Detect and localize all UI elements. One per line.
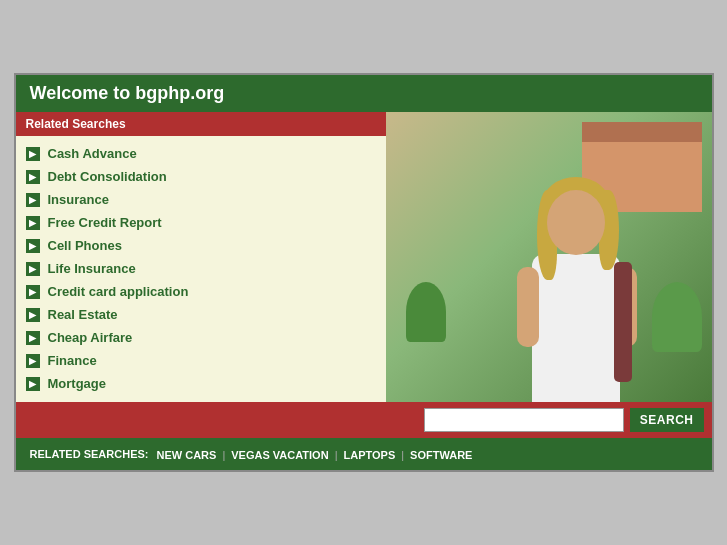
search-bar-area: SEARCH: [16, 402, 712, 438]
arrow-icon: ▶: [26, 331, 40, 345]
list-item[interactable]: ▶Finance: [16, 349, 386, 372]
search-input[interactable]: [424, 408, 624, 432]
footer-separator: |: [335, 449, 338, 461]
arrow-icon: ▶: [26, 239, 40, 253]
link-text: Cash Advance: [48, 146, 137, 161]
search-button[interactable]: SEARCH: [630, 408, 704, 432]
link-text: Free Credit Report: [48, 215, 162, 230]
link-text: Credit card application: [48, 284, 189, 299]
footer-separator: |: [401, 449, 404, 461]
list-item[interactable]: ▶Debt Consolidation: [16, 165, 386, 188]
related-searches-header: Related Searches: [16, 112, 386, 136]
main-container: Welcome to bgphp.org Related Searches ▶C…: [14, 73, 714, 472]
link-text: Mortgage: [48, 376, 107, 391]
link-text: Cheap Airfare: [48, 330, 133, 345]
link-text: Finance: [48, 353, 97, 368]
arrow-icon: ▶: [26, 193, 40, 207]
link-text: Debt Consolidation: [48, 169, 167, 184]
list-item[interactable]: ▶Cash Advance: [16, 142, 386, 165]
arrow-icon: ▶: [26, 216, 40, 230]
tree-right: [652, 282, 702, 352]
links-list: ▶Cash Advance▶Debt Consolidation▶Insuran…: [16, 136, 386, 401]
related-searches-label: Related Searches: [26, 117, 126, 131]
building-roof: [582, 122, 702, 142]
arrow-icon: ▶: [26, 262, 40, 276]
tree-left: [406, 282, 446, 342]
list-item[interactable]: ▶Cell Phones: [16, 234, 386, 257]
list-item[interactable]: ▶Mortgage: [16, 372, 386, 395]
photo-area: [386, 112, 712, 402]
footer-link[interactable]: LAPTOPS: [343, 449, 395, 461]
arrow-icon: ▶: [26, 308, 40, 322]
arrow-icon: ▶: [26, 285, 40, 299]
header-title: Welcome to bgphp.org: [30, 83, 225, 103]
list-item[interactable]: ▶Insurance: [16, 188, 386, 211]
footer-bar: RELATED SEARCHES: NEW CARS|VEGAS VACATIO…: [16, 438, 712, 470]
list-item[interactable]: ▶Cheap Airfare: [16, 326, 386, 349]
list-item[interactable]: ▶Free Credit Report: [16, 211, 386, 234]
link-text: Real Estate: [48, 307, 118, 322]
list-item[interactable]: ▶Credit card application: [16, 280, 386, 303]
list-item[interactable]: ▶Life Insurance: [16, 257, 386, 280]
arrow-icon: ▶: [26, 354, 40, 368]
arrow-icon: ▶: [26, 377, 40, 391]
content-area: Related Searches ▶Cash Advance▶Debt Cons…: [16, 112, 712, 402]
footer-link[interactable]: NEW CARS: [156, 449, 216, 461]
footer-links-container: NEW CARS|VEGAS VACATION|LAPTOPS|SOFTWARE: [156, 445, 472, 463]
right-panel: [386, 112, 712, 402]
list-item[interactable]: ▶Real Estate: [16, 303, 386, 326]
header-bar: Welcome to bgphp.org: [16, 75, 712, 112]
footer-link[interactable]: VEGAS VACATION: [231, 449, 328, 461]
footer-link[interactable]: SOFTWARE: [410, 449, 472, 461]
arrow-icon: ▶: [26, 147, 40, 161]
left-panel: Related Searches ▶Cash Advance▶Debt Cons…: [16, 112, 386, 402]
arrow-icon: ▶: [26, 170, 40, 184]
footer-separator: |: [222, 449, 225, 461]
link-text: Insurance: [48, 192, 109, 207]
link-text: Life Insurance: [48, 261, 136, 276]
link-text: Cell Phones: [48, 238, 122, 253]
footer-label: RELATED SEARCHES:: [30, 448, 149, 460]
